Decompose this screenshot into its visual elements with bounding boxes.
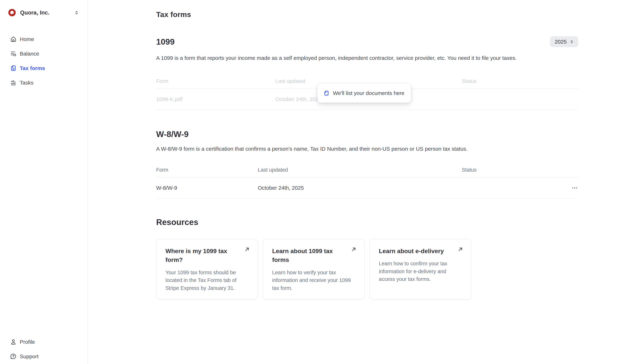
ellipsis-icon (572, 187, 578, 189)
card-title: Learn about 1099 tax forms (272, 247, 356, 264)
sidebar-item-profile[interactable]: Profile (0, 334, 88, 349)
sidebar-item-label: Tasks (20, 80, 34, 86)
sidebar-nav: Home Balance (0, 32, 88, 90)
row-actions-button[interactable] (567, 185, 578, 191)
tax-forms-icon (10, 65, 17, 72)
resource-card-learn-edelivery[interactable]: Learn about e-delivery Learn how to conf… (370, 239, 471, 300)
resource-cards: Where is my 1099 tax form? Your 1099 tax… (156, 239, 578, 300)
year-select[interactable]: 2025 (550, 36, 578, 47)
section-heading-1099: 1099 (156, 37, 175, 46)
cell-form-name: W-8/W-9 (156, 185, 258, 191)
help-bubble-icon (10, 353, 17, 360)
resource-card-learn-1099[interactable]: Learn about 1099 tax forms Learn how to … (263, 239, 365, 300)
sidebar-item-label: Support (20, 354, 39, 360)
external-link-arrow-icon (457, 246, 463, 252)
external-link-arrow-icon (351, 246, 357, 252)
table-header-row: Form Last updated Status (156, 167, 578, 177)
external-link-arrow-icon (244, 246, 250, 252)
section-resources: Resources Where is my 1099 tax form? You… (156, 217, 578, 300)
tooltip-text: We'll list your documents here (333, 90, 405, 96)
sidebar-item-tasks[interactable]: Tasks (0, 76, 88, 90)
section-1099: 1099 2025 A 1099 is a form that reports … (156, 36, 578, 110)
column-header-status: Status (462, 78, 567, 84)
resource-card-where-is-1099[interactable]: Where is my 1099 tax form? Your 1099 tax… (156, 239, 258, 300)
section-w8w9: W-8/W-9 A W-8/W-9 form is a certificatio… (156, 129, 578, 199)
document-icon (324, 90, 329, 96)
cell-last-updated: October 24th, 2025 (258, 185, 462, 191)
year-select-value: 2025 (555, 39, 567, 45)
cell-form-name: 1099-K.pdf (156, 96, 275, 102)
home-icon (10, 36, 17, 42)
main-content: Tax forms 1099 2025 A 1099 is a form tha… (88, 0, 635, 364)
sidebar-item-home[interactable]: Home (0, 32, 88, 46)
sidebar-item-label: Tax forms (20, 65, 45, 71)
sidebar-item-label: Profile (20, 339, 35, 345)
sidebar-item-tax-forms[interactable]: Tax forms (0, 61, 88, 76)
card-body: Learn how to confirm your tax informatio… (379, 260, 463, 283)
column-header-form: Form (156, 167, 258, 173)
card-title: Where is my 1099 tax form? (165, 247, 250, 264)
table-1099: Form Last updated Status 1099-K.pdf Octo… (156, 78, 578, 110)
quora-logo-icon (8, 8, 16, 17)
sidebar: Quora, Inc. Home (0, 0, 88, 364)
table-w8w9: Form Last updated Status W-8/W-9 October… (156, 167, 578, 199)
column-header-status: Status (462, 167, 567, 173)
sidebar-item-balance[interactable]: Balance (0, 46, 88, 61)
column-header-last-updated: Last updated (258, 167, 462, 173)
tasks-icon (10, 79, 17, 86)
company-name: Quora, Inc. (20, 10, 50, 16)
account-switcher[interactable]: Quora, Inc. (0, 8, 88, 17)
balance-icon (10, 50, 17, 57)
app-root: Quora, Inc. Home (0, 0, 635, 364)
documents-tooltip: We'll list your documents here (317, 84, 411, 103)
chevron-up-down-icon (569, 39, 574, 44)
page-title: Tax forms (156, 10, 578, 19)
section-description-w8w9: A W-8/W-9 form is a certification that c… (156, 146, 578, 152)
chevron-up-down-icon (74, 10, 79, 16)
card-body: Your 1099 tax forms should be located in… (165, 269, 250, 292)
column-header-form: Form (156, 78, 275, 84)
card-title: Learn about e-delivery (379, 247, 463, 256)
sidebar-item-support[interactable]: Support (0, 349, 88, 364)
section-description-1099: A 1099 is a form that reports your incom… (156, 55, 578, 61)
sidebar-item-label: Home (20, 36, 34, 42)
section-heading-resources: Resources (156, 217, 578, 227)
table-row: W-8/W-9 October 24th, 2025 (156, 177, 578, 199)
column-header-last-updated: Last updated (275, 78, 462, 84)
sidebar-item-label: Balance (20, 51, 39, 57)
person-icon (10, 338, 17, 345)
card-body: Learn how to verify your tax information… (272, 269, 356, 292)
sidebar-footer-nav: Profile Support (0, 334, 88, 364)
section-heading-w8w9: W-8/W-9 (156, 129, 578, 139)
